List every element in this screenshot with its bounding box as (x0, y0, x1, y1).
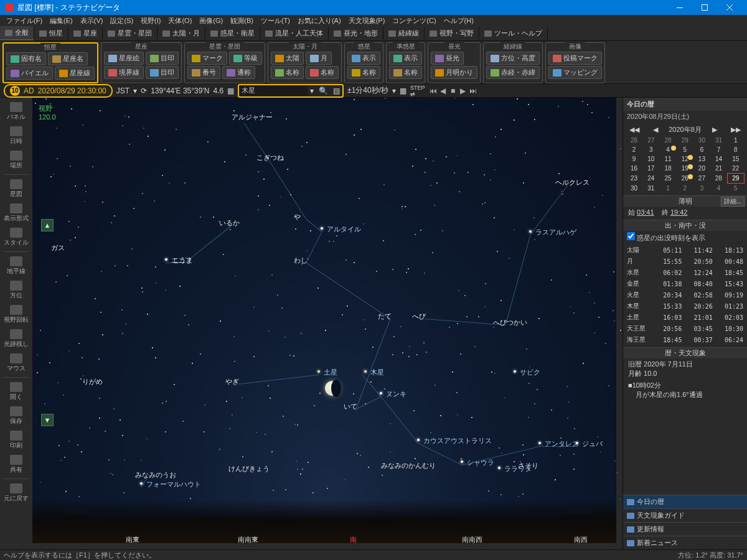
skip-end-icon[interactable]: ⏭ (469, 86, 477, 95)
calendar-day[interactable]: 12 (677, 154, 693, 164)
calc-icon[interactable]: ▦ (400, 86, 406, 95)
menu-item[interactable]: 画像(G) (195, 16, 227, 26)
calendar-day[interactable]: 21 (710, 164, 727, 174)
calendar-day[interactable]: 4 (710, 184, 727, 194)
ribbon-button[interactable]: 名称 (347, 66, 380, 79)
ribbon-tab[interactable]: 全般 (0, 26, 34, 40)
close-button[interactable] (717, 0, 742, 15)
calendar-day[interactable]: 5 (677, 145, 693, 154)
calendar-day[interactable]: 22 (727, 164, 744, 174)
coords-value[interactable]: 139°44'E 35°39'N (151, 86, 209, 95)
calendar-day[interactable]: 17 (642, 164, 659, 174)
menu-item[interactable]: ヘルプ(H) (440, 16, 477, 26)
calendar-day[interactable]: 30 (626, 184, 642, 194)
calendar-day[interactable]: 28 (659, 136, 676, 145)
ribbon-button[interactable]: 名称 (306, 66, 339, 79)
ribbon-tab[interactable]: ツール・ヘルプ (479, 27, 548, 40)
menu-item[interactable]: ツール(T) (257, 16, 294, 26)
dropdown-icon[interactable]: ▾ (133, 86, 137, 95)
calendar-day[interactable]: 24 (642, 174, 659, 184)
calendar-grid[interactable]: 2627282930311234567891011121314151617181… (626, 136, 745, 193)
ribbon-button[interactable]: 月 (306, 52, 332, 65)
menu-item[interactable]: お気に入り(A) (294, 16, 345, 26)
ribbon-button[interactable]: 表示 (347, 52, 380, 65)
calendar-day[interactable]: 3 (693, 184, 710, 194)
menu-item[interactable]: ファイル(F) (2, 16, 46, 26)
search-input[interactable] (239, 86, 308, 96)
calendar-day[interactable]: 9 (626, 154, 642, 164)
calendar-day[interactable]: 1 (659, 184, 676, 194)
dropdown-icon[interactable]: ▾ (308, 85, 316, 96)
calendar-day[interactable]: 26 (677, 174, 693, 184)
calendar-day[interactable]: 20 (693, 164, 710, 174)
tz-label[interactable]: JST (116, 86, 129, 95)
calendar-day[interactable]: 18 (659, 164, 676, 174)
calendar-day[interactable]: 23 (626, 174, 642, 184)
calendar-day[interactable]: 1 (727, 136, 744, 145)
ribbon-tab[interactable]: 流星・人工天体 (260, 27, 329, 40)
search-icon[interactable]: 🔍 (316, 85, 331, 96)
calendar-day[interactable]: 14 (710, 154, 727, 164)
sidebar-item[interactable]: 保存 (2, 404, 30, 427)
ribbon-button[interactable]: 名称 (389, 66, 422, 79)
calendar-day[interactable]: 3 (642, 145, 659, 154)
calendar-day[interactable]: 27 (642, 136, 659, 145)
ribbon-button[interactable]: 赤経・赤緯 (486, 66, 540, 79)
panel-tab[interactable]: 今日の暦 (623, 495, 747, 508)
calendar-day[interactable]: 11 (659, 154, 676, 164)
ribbon-tab[interactable]: 惑星・衛星 (205, 27, 260, 40)
detail-button[interactable]: 詳細... (721, 197, 745, 207)
ribbon-tab[interactable]: 星雲・星団 (103, 27, 157, 40)
ribbon-tab[interactable]: 星座 (68, 27, 103, 40)
sidebar-item[interactable]: パネル (2, 100, 30, 123)
maximize-button[interactable] (692, 0, 717, 15)
menu-item[interactable]: 表示(V) (77, 16, 107, 26)
step-icon[interactable]: STEP⇄ (410, 85, 425, 97)
ribbon-tab[interactable]: 経緯線 (383, 27, 425, 40)
skip-start-icon[interactable]: ⏮ (429, 86, 438, 95)
calendar-day[interactable]: 29 (727, 174, 744, 184)
calendar-day[interactable]: 31 (642, 184, 659, 194)
mag-value[interactable]: 4.6 (213, 86, 223, 95)
v-scrollbar[interactable] (616, 98, 622, 543)
menu-item[interactable]: コンテンツ(C) (388, 16, 439, 26)
play-back-icon[interactable]: ◀ (439, 86, 448, 95)
ribbon-button[interactable]: 等級 (229, 52, 262, 65)
cal-next-month[interactable]: ▶ (710, 126, 720, 134)
planet-checkbox[interactable]: 惑星の出没時刻を表示 (627, 234, 705, 241)
calendar-day[interactable]: 6 (693, 145, 710, 154)
calendar-day[interactable]: 8 (727, 145, 744, 154)
calendar-day[interactable]: 4 (659, 145, 676, 154)
calendar-day[interactable]: 30 (693, 136, 710, 145)
sidebar-item[interactable]: 元に戻す (2, 482, 30, 505)
panel-tab[interactable]: 更新情報 (623, 522, 747, 536)
datetime-box[interactable]: 10 AD 2020/08/29 20:30:00 (4, 84, 113, 98)
sidebar-item[interactable]: 星図 (2, 177, 30, 200)
calendar-day[interactable]: 13 (693, 154, 710, 164)
sidebar-item[interactable]: スタイル (2, 226, 30, 249)
cal-prev-year[interactable]: ◀◀ (627, 126, 642, 134)
panel-tab[interactable]: 天文現象ガイド (623, 508, 747, 522)
minimize-button[interactable] (667, 0, 692, 15)
ribbon-button[interactable]: 表示 (389, 52, 422, 65)
menu-item[interactable]: 編集(E) (46, 16, 77, 26)
nav-up-button[interactable]: ▲ (41, 219, 54, 231)
cal-prev-month[interactable]: ◀ (651, 126, 660, 134)
sky-view[interactable]: 視野 120.0 ▲ ▼ アルジャナーこぎつねヘルクレスやいるかアルタイルラスア… (32, 98, 622, 549)
sidebar-item[interactable]: 表示形式 (2, 202, 30, 225)
step-label[interactable]: ±1分40秒/秒 (347, 85, 388, 96)
cal-next-year[interactable]: ▶▶ (728, 126, 743, 134)
menu-item[interactable]: 視野(I) (137, 16, 164, 26)
dropdown-icon[interactable]: ▾ (392, 86, 396, 95)
ribbon-button[interactable]: 投稿マーク (548, 52, 602, 65)
menu-item[interactable]: 観測(B) (227, 16, 257, 26)
ribbon-button[interactable]: 目印 (146, 52, 179, 65)
ribbon-tab[interactable]: 恒星 (34, 27, 68, 40)
h-scrollbar[interactable] (32, 543, 622, 549)
panel-tab[interactable]: 新着ニュース (623, 536, 747, 549)
ribbon-button[interactable]: バイエル (6, 67, 53, 80)
list-icon[interactable]: ▤ (331, 85, 342, 96)
ribbon-button[interactable]: 通称 (222, 66, 255, 79)
ribbon-button[interactable]: マッピング (548, 66, 602, 79)
calendar-day[interactable]: 5 (727, 184, 744, 194)
